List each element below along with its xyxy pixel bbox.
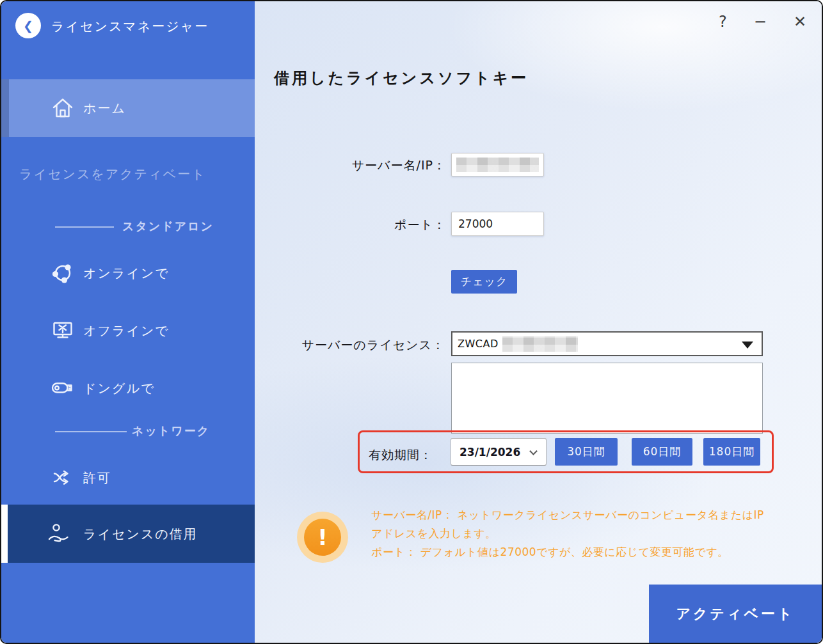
period-60-days-button[interactable]: 60日間 bbox=[632, 438, 692, 466]
sidebar-divider-standalone: スタンドアロン bbox=[1, 219, 255, 235]
server-license-dropdown[interactable]: ZWCAD bbox=[451, 331, 763, 356]
sidebar-item-dongle[interactable]: ドングルで bbox=[1, 359, 255, 417]
page-title: 借用したライセンスソフトキー bbox=[274, 68, 529, 88]
check-button[interactable]: チェック bbox=[451, 270, 517, 294]
main-panel: ? − ✕ 借用したライセンスソフトキー サーバー名/IP： ポート： 2700… bbox=[255, 1, 822, 643]
divider-label: ネットワーク bbox=[132, 423, 210, 439]
sidebar-divider-network: ネットワーク bbox=[1, 423, 255, 440]
sidebar-item-home[interactable]: ホーム bbox=[1, 79, 255, 137]
activate-button[interactable]: アクティベート bbox=[649, 585, 822, 643]
sidebar-item-label: オンラインで bbox=[83, 265, 170, 282]
close-button[interactable]: ✕ bbox=[794, 10, 806, 33]
offline-monitor-icon bbox=[50, 318, 76, 343]
sidebar-item-label: ライセンスの借用 bbox=[83, 525, 198, 542]
info-exclamation-icon: ! bbox=[297, 512, 348, 563]
period-30-days-button[interactable]: 30日間 bbox=[555, 438, 618, 466]
period-180-days-button[interactable]: 180日間 bbox=[703, 438, 760, 466]
sidebar-item-label: ホーム bbox=[83, 100, 126, 117]
divider-label: スタンドアロン bbox=[122, 219, 214, 234]
server-license-label: サーバーのライセンス： bbox=[255, 337, 445, 354]
home-icon bbox=[50, 95, 76, 121]
chevron-left-icon: ❮ bbox=[23, 19, 33, 33]
sidebar-item-label: 許可 bbox=[83, 469, 111, 487]
sidebar-item-borrow-license[interactable]: ライセンスの借用 bbox=[1, 505, 255, 563]
divider-line bbox=[55, 226, 114, 228]
license-manager-window: ❮ ライセンスマネージャー ホーム ライセンスをアクティベート スタンドアロン bbox=[0, 0, 823, 644]
dropdown-arrow-icon bbox=[742, 342, 753, 349]
server-name-input[interactable] bbox=[451, 153, 544, 177]
sidebar-item-offline[interactable]: オフラインで bbox=[1, 302, 255, 359]
back-button[interactable]: ❮ bbox=[15, 13, 41, 38]
validity-period-label: 有効期間： bbox=[369, 447, 433, 464]
expiry-date-picker[interactable]: 23/1/2026 bbox=[451, 438, 547, 466]
online-network-icon bbox=[50, 260, 76, 286]
masked-server-value bbox=[456, 157, 539, 172]
sidebar: ❮ ライセンスマネージャー ホーム ライセンスをアクティベート スタンドアロン bbox=[1, 1, 255, 643]
sidebar-item-label: ドングルで bbox=[83, 380, 155, 397]
shuffle-arrows-icon bbox=[50, 465, 76, 491]
usb-dongle-icon bbox=[50, 375, 76, 401]
port-value: 27000 bbox=[458, 217, 493, 230]
app-title: ライセンスマネージャー bbox=[51, 18, 209, 35]
license-detail-listbox[interactable] bbox=[451, 363, 763, 434]
chevron-down-icon bbox=[529, 447, 538, 455]
minimize-button[interactable]: − bbox=[754, 10, 767, 33]
sidebar-item-online[interactable]: オンラインで bbox=[1, 244, 255, 302]
exclamation-mark: ! bbox=[304, 519, 341, 556]
license-value: ZWCAD bbox=[458, 338, 499, 350]
masked-license-value bbox=[502, 336, 578, 352]
borrow-hand-icon bbox=[46, 521, 72, 547]
port-label: ポート： bbox=[255, 217, 446, 233]
expiry-date-value: 23/1/2026 bbox=[459, 446, 520, 459]
port-input[interactable]: 27000 bbox=[451, 212, 544, 236]
info-line: サーバー名/IP： ネットワークライセンスサーバーのコンピュータ名またはIP bbox=[371, 506, 781, 524]
sidebar-section-activate-license: ライセンスをアクティベート bbox=[19, 166, 206, 183]
sidebar-item-permit[interactable]: 許可 bbox=[1, 449, 255, 507]
info-line: ポート： デフォルト値は27000ですが、必要に応じて変更可能です。 bbox=[371, 543, 781, 562]
sidebar-header: ❮ ライセンスマネージャー bbox=[1, 1, 255, 79]
info-line: アドレスを入力します。 bbox=[371, 524, 781, 543]
help-button[interactable]: ? bbox=[719, 10, 727, 33]
info-note: サーバー名/IP： ネットワークライセンスサーバーのコンピュータ名またはIP ア… bbox=[371, 506, 781, 562]
divider-line bbox=[55, 431, 127, 432]
sidebar-item-label: オフラインで bbox=[83, 322, 170, 340]
window-controls: ? − ✕ bbox=[719, 10, 806, 33]
server-name-label: サーバー名/IP： bbox=[255, 157, 446, 174]
